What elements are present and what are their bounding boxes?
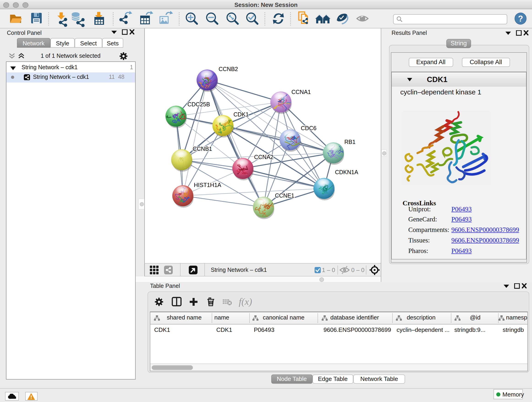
svg-text:CCNA2: CCNA2	[254, 154, 273, 160]
svg-text:CCNA1: CCNA1	[291, 89, 311, 95]
svg-text:HIST1H1A: HIST1H1A	[194, 182, 221, 188]
svg-text:?: ?	[518, 14, 523, 23]
svg-text:RB1: RB1	[344, 139, 355, 145]
svg-text:CCNB1: CCNB1	[192, 146, 212, 152]
svg-text:CDKN1A: CDKN1A	[335, 169, 358, 175]
svg-text:CDK1: CDK1	[233, 111, 249, 118]
svg-text:f(x): f(x)	[239, 296, 252, 307]
svg-text:CDC25B: CDC25B	[187, 101, 210, 108]
svg-text:1 – 0: 1 – 0	[322, 266, 335, 273]
svg-text:CCNB2: CCNB2	[218, 66, 238, 72]
svg-text:CDC6: CDC6	[301, 125, 316, 131]
svg-text:0 – 0: 0 – 0	[351, 266, 364, 273]
svg-text:String Network – cdk1: String Network – cdk1	[210, 266, 267, 273]
svg-text:CCNE1: CCNE1	[275, 192, 294, 199]
